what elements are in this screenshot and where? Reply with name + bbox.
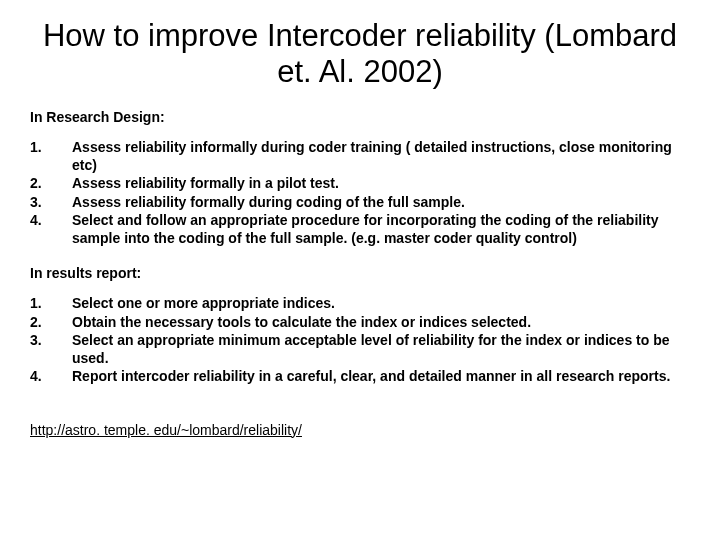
list-design: 1. Assess reliability informally during … xyxy=(30,139,690,247)
list-item: 2. Obtain the necessary tools to calcula… xyxy=(30,314,690,332)
list-number: 2. xyxy=(30,314,72,332)
list-text: Assess reliability formally in a pilot t… xyxy=(72,175,690,193)
list-item: 2. Assess reliability formally in a pilo… xyxy=(30,175,690,193)
list-number: 3. xyxy=(30,332,72,367)
list-item: 4. Select and follow an appropriate proc… xyxy=(30,212,690,247)
list-item: 1. Select one or more appropriate indice… xyxy=(30,295,690,313)
list-results: 1. Select one or more appropriate indice… xyxy=(30,295,690,386)
list-number: 1. xyxy=(30,139,72,174)
list-text: Select one or more appropriate indices. xyxy=(72,295,690,313)
slide-title: How to improve Intercoder reliability (L… xyxy=(30,18,690,89)
list-number: 3. xyxy=(30,194,72,212)
reference-link[interactable]: http://astro. temple. edu/~lombard/relia… xyxy=(30,422,302,438)
list-item: 4. Report intercoder reliability in a ca… xyxy=(30,368,690,386)
list-text: Assess reliability informally during cod… xyxy=(72,139,690,174)
list-text: Assess reliability formally during codin… xyxy=(72,194,690,212)
list-text: Select an appropriate minimum acceptable… xyxy=(72,332,690,367)
list-text: Select and follow an appropriate procedu… xyxy=(72,212,690,247)
section-heading-results: In results report: xyxy=(30,265,690,281)
list-number: 1. xyxy=(30,295,72,313)
list-item: 3. Assess reliability formally during co… xyxy=(30,194,690,212)
list-item: 3. Select an appropriate minimum accepta… xyxy=(30,332,690,367)
list-number: 4. xyxy=(30,368,72,386)
list-text: Obtain the necessary tools to calculate … xyxy=(72,314,690,332)
list-text: Report intercoder reliability in a caref… xyxy=(72,368,690,386)
section-heading-design: In Research Design: xyxy=(30,109,690,125)
list-item: 1. Assess reliability informally during … xyxy=(30,139,690,174)
list-number: 2. xyxy=(30,175,72,193)
list-number: 4. xyxy=(30,212,72,247)
